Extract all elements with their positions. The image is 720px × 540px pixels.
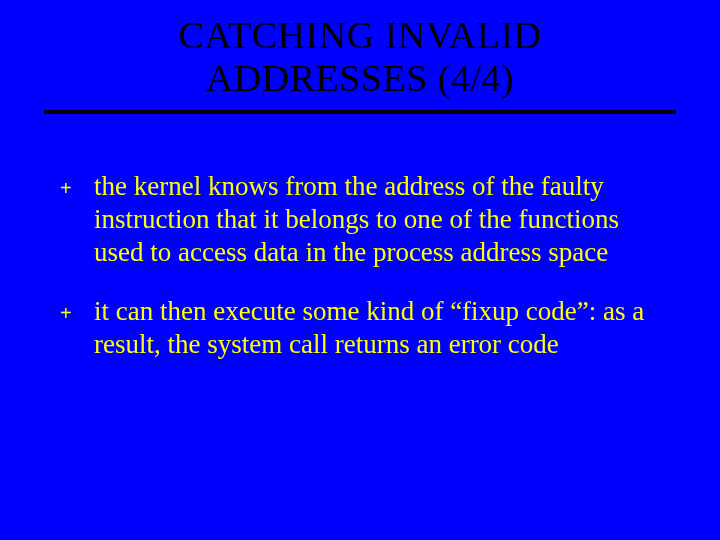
slide-title: CATCHING INVALID ADDRESSES (4/4) — [0, 0, 720, 99]
title-line-1: CATCHING INVALID — [178, 14, 541, 56]
content-area: + the kernel knows from the address of t… — [60, 170, 670, 387]
bullet-text: it can then execute some kind of “fixup … — [94, 295, 670, 361]
title-underline — [44, 110, 676, 114]
slide: CATCHING INVALID ADDRESSES (4/4) + the k… — [0, 0, 720, 540]
plus-icon: + — [60, 170, 94, 204]
bullet-text: the kernel knows from the address of the… — [94, 170, 670, 269]
title-line-2: ADDRESSES (4/4) — [206, 57, 514, 99]
bullet-item: + the kernel knows from the address of t… — [60, 170, 670, 269]
bullet-item: + it can then execute some kind of “fixu… — [60, 295, 670, 361]
plus-icon: + — [60, 295, 94, 329]
